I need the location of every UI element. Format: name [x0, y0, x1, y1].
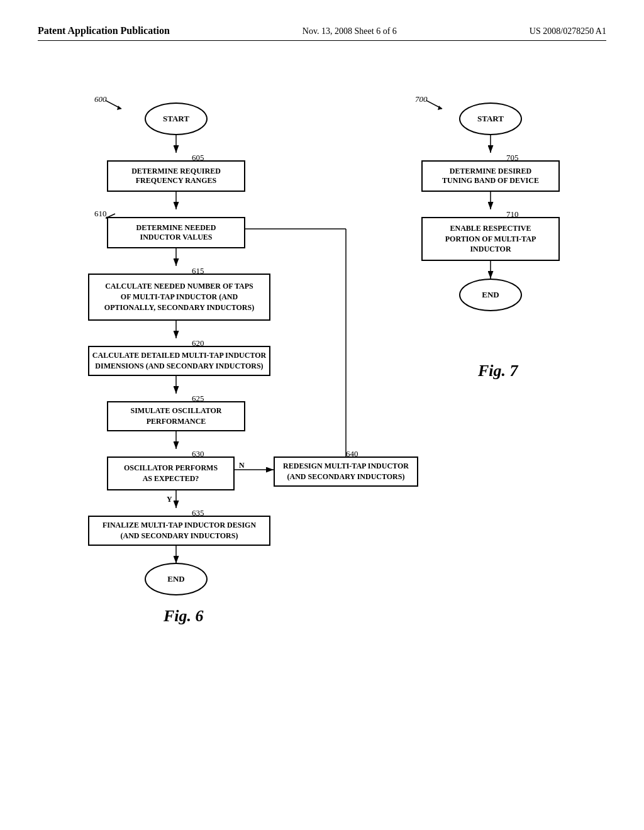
- fig6-y-label: Y: [167, 495, 172, 504]
- diagram-area: 600 START 605 DETERMINE REQUIRED FREQUEN…: [38, 60, 606, 783]
- fig6-diagram-label: 600: [94, 94, 107, 104]
- svg-marker-16: [117, 106, 121, 110]
- fig6-step625-box: SIMULATE OSCILLATOR PERFORMANCE: [107, 401, 245, 431]
- fig6-step605-box: DETERMINE REQUIRED FREQUENCY RANGES: [107, 160, 245, 192]
- fig7-end-node: END: [459, 279, 522, 311]
- fig7-diagram-label: 700: [415, 94, 428, 104]
- page-header: Patent Application Publication Nov. 13, …: [38, 25, 606, 41]
- fig7-step705-box: DETERMINE DESIRED TUNING BAND OF DEVICE: [421, 160, 560, 192]
- fig6-label-arrow: [106, 97, 125, 110]
- fig6-step635-box: FINALIZE MULTI-TAP INDUCTOR DESIGN (AND …: [88, 516, 270, 546]
- fig6-step610-box: DETERMINE NEEDED INDUCTOR VALUES: [107, 217, 245, 248]
- fig6-step630-box: OSCILLATOR PERFORMS AS EXPECTED?: [107, 456, 235, 490]
- patent-page: Patent Application Publication Nov. 13, …: [0, 0, 644, 830]
- header-publication-title: Patent Application Publication: [38, 25, 170, 36]
- fig7-caption: Fig. 7: [478, 362, 518, 380]
- fig7-start-node: START: [459, 102, 522, 135]
- fig7-label-arrow: [426, 97, 445, 110]
- header-patent-number: US 2008/0278250 A1: [530, 26, 606, 36]
- fig7-step710-box: ENABLE RESPECTIVE PORTION OF MULTI-TAP I…: [421, 217, 560, 261]
- svg-marker-20: [438, 106, 442, 110]
- fig6-step640-box: REDESIGN MULTI-TAP INDUCTOR (AND SECONDA…: [274, 456, 418, 487]
- header-date-sheet: Nov. 13, 2008 Sheet 6 of 6: [303, 26, 397, 36]
- fig6-start-node: START: [145, 102, 208, 135]
- fig6-caption: Fig. 6: [164, 607, 204, 626]
- fig6-step615-box: CALCULATE NEEDED NUMBER OF TAPS OF MULTI…: [88, 274, 270, 321]
- fig6-end-node: END: [145, 563, 208, 595]
- fig6-step620-box: CALCULATE DETAILED MULTI-TAP INDUCTOR DI…: [88, 346, 270, 376]
- fig6-n-label: N: [239, 461, 245, 470]
